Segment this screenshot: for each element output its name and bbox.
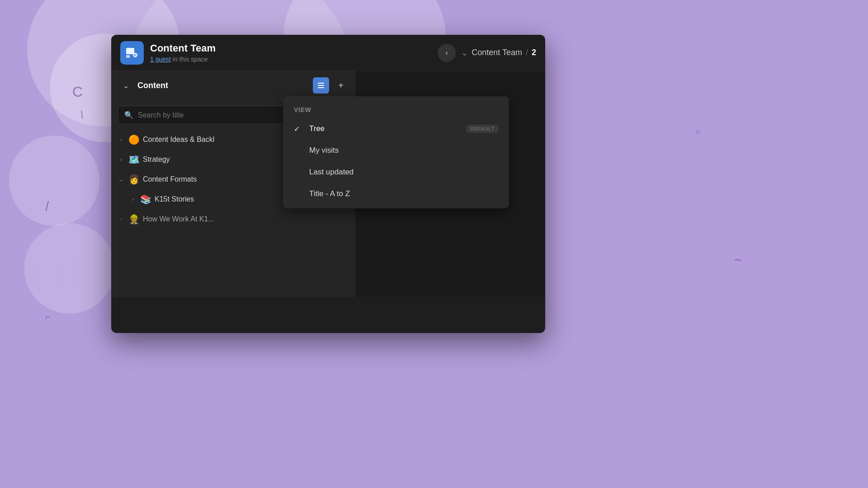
- content-ideas-label: Content Ideas & Backl: [143, 136, 214, 144]
- back-button[interactable]: ‹: [438, 44, 456, 62]
- strategy-icon: 🗺️: [128, 154, 139, 165]
- deco-c: C: [72, 84, 83, 100]
- how-we-work-icon: 👷: [128, 214, 139, 225]
- breadcrumb-separator: /: [526, 48, 528, 57]
- k15t-stories-label: K15t Stories: [155, 195, 194, 203]
- dropdown-section-view: View: [283, 100, 509, 118]
- chevron-down-icon: ⌄: [123, 81, 129, 90]
- list-icon: [317, 81, 325, 89]
- svg-rect-5: [318, 85, 324, 86]
- chevron-right-icon: ›: [129, 196, 137, 202]
- checkmark-icon: ✓: [294, 125, 303, 133]
- space-subtitle: 1 guest in this space: [150, 56, 438, 63]
- chevron-right-icon: ›: [118, 136, 125, 143]
- content-section-label: Content: [137, 81, 308, 90]
- deco-slash-2: /: [45, 199, 49, 214]
- dropdown-title-az-label: Title - A to Z: [309, 189, 498, 198]
- content-ideas-icon: 🟠: [128, 134, 139, 145]
- window-header: Content Team 1 guest in this space ‹ ⌄ C…: [111, 35, 545, 71]
- chevron-right-icon: ›: [118, 156, 125, 163]
- breadcrumb-space-name: Content Team: [472, 48, 522, 57]
- dropdown-tree-label: Tree: [309, 124, 460, 133]
- breadcrumb-page-num: 2: [532, 48, 536, 57]
- sidebar: ⌄ Content + 🔍: [111, 71, 355, 297]
- subtitle-suffix: in this space: [173, 56, 208, 63]
- deco-squiggle: ~: [734, 253, 741, 267]
- dropdown-last-updated-label: Last updated: [309, 168, 498, 177]
- deco-dot: ○: [695, 127, 701, 137]
- add-page-button[interactable]: +: [334, 78, 348, 93]
- svg-rect-6: [318, 87, 324, 88]
- dropdown-default-badge: DEFAULT: [467, 125, 498, 133]
- view-toggle-button[interactable]: [313, 77, 329, 94]
- chevron-right-icon: ›: [118, 216, 125, 222]
- how-we-work-label: How We Work At K1...: [143, 215, 214, 223]
- app-window: Content Team 1 guest in this space ‹ ⌄ C…: [111, 35, 545, 333]
- content-formats-label: Content Formats: [143, 175, 197, 183]
- space-icon: [120, 41, 144, 65]
- dropdown-my-visits-label: My visits: [309, 146, 498, 155]
- header-right: ‹ ⌄ Content Team / 2: [438, 44, 536, 62]
- dropdown-item-my-visits[interactable]: My visits: [283, 140, 509, 161]
- search-icon: 🔍: [124, 111, 133, 119]
- svg-rect-0: [126, 48, 134, 54]
- guest-link[interactable]: 1 guest: [150, 56, 171, 63]
- bg-circle-3: [9, 136, 99, 226]
- svg-rect-1: [126, 55, 130, 58]
- plus-icon: +: [338, 80, 344, 91]
- deco-steps: ⌐: [45, 312, 51, 322]
- tree-item-how-we-work[interactable]: › 👷 How We Work At K1...: [111, 209, 355, 229]
- dropdown-item-title-az[interactable]: Title - A to Z: [283, 183, 509, 205]
- view-dropdown-menu: View ✓ Tree DEFAULT My visits Last updat…: [283, 96, 509, 208]
- breadcrumb: ⌄ Content Team / 2: [461, 48, 536, 58]
- chevron-down-icon: ⌄: [118, 176, 125, 183]
- breadcrumb-dropdown-icon: ⌄: [461, 48, 468, 58]
- svg-rect-4: [318, 83, 324, 84]
- dropdown-item-tree[interactable]: ✓ Tree DEFAULT: [283, 118, 509, 140]
- content-formats-icon: 👩: [128, 174, 139, 185]
- dropdown-item-last-updated[interactable]: Last updated: [283, 161, 509, 183]
- strategy-label: Strategy: [143, 155, 170, 164]
- back-icon: ‹: [446, 49, 448, 57]
- k15t-stories-icon: 📚: [140, 194, 151, 205]
- space-title: Content Team: [150, 42, 438, 54]
- space-info: Content Team 1 guest in this space: [150, 42, 438, 62]
- content-collapse-button[interactable]: ⌄: [118, 78, 133, 93]
